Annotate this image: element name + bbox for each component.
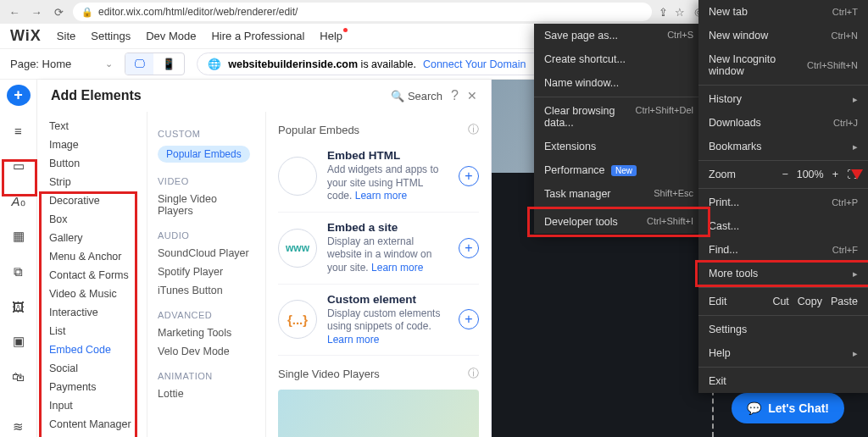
category-embed-code[interactable]: Embed Code (37, 340, 147, 359)
embed-item: {...} Custom element Display custom elem… (278, 285, 479, 357)
category-list: TextImageButtonStripDecorativeBoxGallery… (37, 112, 147, 437)
chrome-item[interactable]: DownloadsCtrl+J (698, 111, 868, 135)
learn-more-link[interactable]: Learn more (327, 334, 379, 346)
chrome-item[interactable]: Print...Ctrl+P (698, 191, 868, 214)
category-content-manager[interactable]: Content Manager (37, 415, 147, 434)
back-icon[interactable]: ← (7, 6, 22, 19)
ctx-item[interactable]: Developer toolsCtrl+Shift+I (534, 210, 704, 234)
ctx-item[interactable]: Extensions (534, 135, 704, 158)
category-interactive[interactable]: Interactive (37, 303, 147, 322)
layers-icon[interactable]: ≋ (8, 418, 30, 437)
wix-logo[interactable]: WiX (10, 27, 42, 45)
menu-settings[interactable]: Settings (91, 30, 131, 42)
add-embed-button[interactable]: + (459, 238, 479, 258)
address-bar[interactable]: 🔒 editor.wix.com/html/editor/web/rendere… (73, 3, 652, 21)
section-icon[interactable]: ≡ (8, 121, 30, 141)
design-icon[interactable]: A₀ (8, 191, 30, 211)
category-strip[interactable]: Strip (37, 173, 147, 191)
help-icon[interactable]: ? (451, 88, 459, 103)
embed-title: Custom element (327, 293, 448, 306)
add-embed-button[interactable]: + (459, 309, 479, 329)
category-contact-forms[interactable]: Contact & Forms (37, 266, 147, 285)
category-box[interactable]: Box (37, 210, 147, 229)
subgroup-item[interactable]: iTunes Button (147, 281, 265, 300)
info-icon[interactable]: ⓘ (468, 122, 479, 137)
share-icon[interactable]: ⇪ (659, 6, 668, 19)
chrome-item[interactable]: History▸ (698, 87, 868, 111)
subgroup-item[interactable]: Popular Embeds (147, 142, 265, 166)
ctx-item[interactable]: Clear browsing data...Ctrl+Shift+Del (534, 99, 704, 135)
ctx-item[interactable]: Name window... (534, 71, 704, 95)
subgroup-item[interactable]: Single Video Players (147, 190, 265, 220)
learn-more-link[interactable]: Learn more (355, 190, 407, 202)
subgroup-header: VIDEO (147, 173, 265, 190)
menu-dev[interactable]: Dev Mode (146, 30, 196, 42)
subcategory-list: CUSTOMPopular EmbedsVIDEOSingle Video Pl… (147, 112, 266, 437)
chrome-item[interactable]: EditCutCopyPaste (698, 290, 868, 313)
category-button[interactable]: Button (37, 154, 147, 173)
chrome-item[interactable]: New windowCtrl+N (698, 24, 868, 47)
category-menu-anchor[interactable]: Menu & Anchor (37, 247, 147, 266)
ctx-item[interactable]: Performance New (534, 158, 704, 182)
category-gallery[interactable]: Gallery (37, 229, 147, 247)
add-button[interactable]: + (7, 85, 31, 106)
chrome-item[interactable]: Exit (698, 369, 868, 393)
menu-hire[interactable]: Hire a Professional (211, 30, 304, 42)
cms-icon[interactable]: ▣ (8, 332, 30, 351)
connect-domain-link[interactable]: Connect Your Domain (423, 58, 526, 70)
mobile-icon[interactable]: 📱 (153, 53, 184, 75)
category-payments[interactable]: Payments (37, 378, 147, 396)
category-social[interactable]: Social (37, 359, 147, 378)
business-icon[interactable]: 🛍 (8, 367, 30, 386)
chrome-item[interactable]: Settings (698, 318, 868, 341)
ctx-item[interactable]: Save page as...Ctrl+S (534, 24, 704, 47)
embed-title: Embed HTML (327, 149, 448, 162)
chat-button[interactable]: 💬 Let's Chat! (732, 393, 844, 423)
embed-icon: www (278, 229, 317, 268)
subgroup-item[interactable]: Velo Dev Mode (147, 342, 265, 361)
chrome-item[interactable]: Help▸ (698, 341, 868, 365)
category-image[interactable]: Image (37, 136, 147, 154)
ctx-item[interactable]: Create shortcut... (534, 47, 704, 71)
subgroup-item[interactable]: Lottie (147, 384, 265, 403)
learn-more-link[interactable]: Learn more (371, 262, 423, 274)
panel-search[interactable]: 🔍 Search (391, 90, 442, 102)
category-video-music[interactable]: Video & Music (37, 285, 147, 303)
category-blog[interactable]: Blog (37, 434, 147, 437)
info-icon[interactable]: ⓘ (468, 366, 479, 381)
chrome-item[interactable]: Zoom−100%+⛶ (698, 163, 868, 186)
subgroup-header: AUDIO (147, 227, 265, 244)
chrome-item[interactable]: New tabCtrl+T (698, 0, 868, 24)
category-text[interactable]: Text (37, 117, 147, 136)
subgroup-item[interactable]: SoundCloud Player (147, 244, 265, 263)
menu-help[interactable]: Help (320, 30, 342, 42)
chrome-item[interactable]: Cast... (698, 214, 868, 238)
close-icon[interactable]: ✕ (467, 89, 477, 102)
add-section-icon[interactable]: ⧉ (8, 262, 30, 281)
category-decorative[interactable]: Decorative (37, 191, 147, 210)
domain-pill: 🌐 websitebuilderinside.com is available.… (197, 53, 558, 75)
menu-site[interactable]: Site (57, 30, 75, 42)
apps-icon[interactable]: ▦ (8, 226, 30, 246)
embed-icon: {...} (278, 300, 317, 339)
chrome-item[interactable]: New Incognito windowCtrl+Shift+N (698, 47, 868, 83)
media-icon[interactable]: 🖼 (8, 296, 30, 316)
category-input[interactable]: Input (37, 396, 147, 415)
video-preview[interactable] (278, 390, 479, 437)
embed-item: www Embed a site Display an external web… (278, 213, 479, 285)
ctx-item[interactable]: Task managerShift+Esc (534, 182, 704, 206)
chrome-item[interactable]: More tools▸ (698, 262, 868, 285)
forward-icon[interactable]: → (29, 6, 44, 19)
reload-icon[interactable]: ⟳ (51, 6, 66, 19)
subgroup-item[interactable]: Spotify Player (147, 263, 265, 281)
star-icon[interactable]: ☆ (675, 6, 685, 19)
page-selector[interactable]: Page: Home ⌄ (10, 58, 113, 70)
chrome-item[interactable]: Find...Ctrl+F (698, 238, 868, 262)
category-list[interactable]: List (37, 322, 147, 340)
more-tools-menu: Save page as...Ctrl+SCreate shortcut...N… (534, 24, 704, 234)
pages-icon[interactable]: ▭ (8, 157, 30, 176)
desktop-icon[interactable]: 🖵 (125, 53, 153, 75)
subgroup-item[interactable]: Marketing Tools (147, 324, 265, 342)
add-embed-button[interactable]: + (459, 166, 479, 186)
chrome-item[interactable]: Bookmarks▸ (698, 135, 868, 158)
